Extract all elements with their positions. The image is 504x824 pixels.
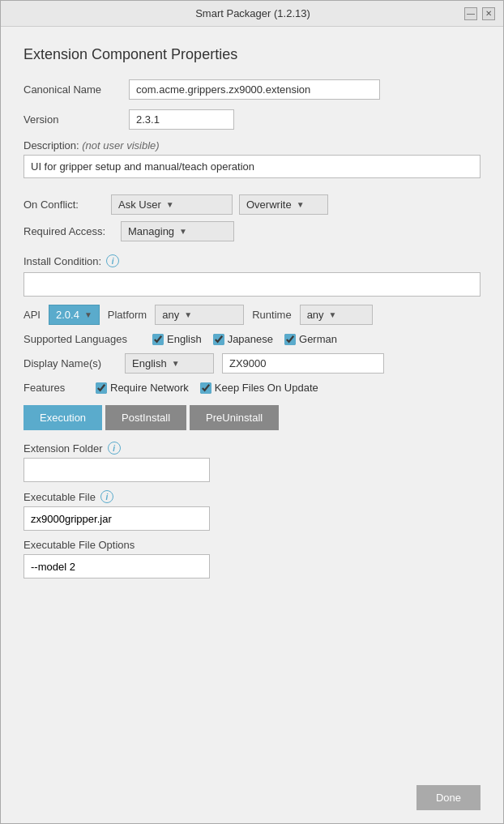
api-row: API 2.0.4 ▼ Platform any ▼ Runtime any ▼ [23,305,481,325]
canonical-name-input[interactable] [129,79,380,100]
chevron-down-icon: ▼ [166,200,174,209]
on-conflict-row: On Conflict: Ask User ▼ Overwrite ▼ [23,194,481,215]
executable-file-options-label: Executable File Options [23,539,481,551]
feature-network-item: Require Network [96,382,189,394]
executable-file-label-row: Executable File i [23,490,481,503]
tab-post-install[interactable]: PostInstall [105,405,186,430]
executable-file-info-icon[interactable]: i [100,490,113,503]
close-button[interactable]: ✕ [482,7,495,20]
description-label: Description: (not user visible) [23,139,481,152]
display-name-label: Display Name(s) [23,357,117,369]
feature-network-checkbox[interactable] [96,382,107,394]
feature-network-label: Require Network [110,382,189,394]
chevron-down-icon: ▼ [179,227,187,236]
extension-folder-label: Extension Folder [23,442,103,455]
required-access-row: Required Access: Managing ▼ [23,221,481,241]
platform-dropdown[interactable]: any ▼ [155,305,244,325]
feature-keep-files-checkbox[interactable] [200,382,211,394]
language-japanese-item: Japanese [213,333,273,345]
executable-file-options-input[interactable] [23,554,210,579]
footer: Done [1,777,503,823]
on-conflict-dropdown[interactable]: Ask User ▼ [111,194,233,215]
supported-languages-row: Supported Languages English Japanese Ger… [23,333,481,345]
tab-execution[interactable]: Execution [23,405,102,430]
runtime-label: Runtime [252,309,291,321]
extension-folder-info-icon[interactable]: i [108,442,121,455]
executable-file-section: Executable File i [23,490,481,531]
language-japanese-checkbox[interactable] [213,334,224,345]
language-japanese-label: Japanese [228,333,273,345]
chevron-down-icon: ▼ [329,310,337,319]
version-input[interactable] [129,109,234,130]
install-condition-info-icon[interactable]: i [106,254,119,267]
language-german-item: German [284,333,337,345]
display-name-input[interactable] [222,353,384,374]
install-condition-label: Install Condition: [23,255,101,267]
language-german-label: German [299,333,337,345]
platform-label: Platform [108,309,147,321]
required-access-label: Required Access: [23,225,121,237]
required-access-dropdown[interactable]: Managing ▼ [121,221,234,241]
window-title: Smart Packager (1.2.13) [41,7,464,19]
chevron-down-icon: ▼ [172,359,180,368]
version-label: Version [23,113,129,126]
tab-pre-uninstall[interactable]: PreUninstall [190,405,279,430]
done-button[interactable]: Done [416,785,481,810]
chevron-down-icon: ▼ [184,310,192,319]
language-german-checkbox[interactable] [284,334,296,345]
chevron-down-icon: ▼ [84,310,92,319]
supported-languages-label: Supported Languages [23,333,141,345]
api-label: API [23,309,41,321]
main-window: Smart Packager (1.2.13) — ✕ Extension Co… [0,0,504,824]
extension-folder-input[interactable] [23,458,210,482]
language-english-checkbox[interactable] [152,334,164,345]
description-section: Description: (not user visible) [23,139,481,178]
minimize-button[interactable]: — [464,7,477,20]
features-label: Features [23,382,84,394]
form-content: Extension Component Properties Canonical… [1,27,503,777]
executable-file-input[interactable] [23,506,210,531]
display-name-lang-dropdown[interactable]: English ▼ [125,353,214,374]
canonical-name-label: Canonical Name [23,83,129,96]
install-condition-input[interactable] [23,272,481,297]
page-title: Extension Component Properties [23,46,481,63]
feature-keep-files-label: Keep Files On Update [215,382,318,394]
api-dropdown[interactable]: 2.0.4 ▼ [49,305,100,325]
features-row: Features Require Network Keep Files On U… [23,382,481,394]
description-input[interactable] [23,155,481,178]
language-english-item: English [152,333,202,345]
chevron-down-icon: ▼ [297,200,305,209]
language-english-label: English [167,333,202,345]
canonical-name-row: Canonical Name [23,79,481,100]
runtime-dropdown[interactable]: any ▼ [300,305,373,325]
executable-file-label: Executable File [23,491,96,503]
tab-row: Execution PostInstall PreUninstall [23,405,481,430]
extension-folder-label-row: Extension Folder i [23,442,481,455]
title-bar: Smart Packager (1.2.13) — ✕ [1,1,503,27]
extension-folder-section: Extension Folder i [23,442,481,482]
version-row: Version [23,109,481,130]
on-conflict-label: On Conflict: [23,199,105,211]
feature-keep-files-item: Keep Files On Update [200,382,318,394]
overwrite-dropdown[interactable]: Overwrite ▼ [239,194,328,215]
window-controls: — ✕ [464,7,495,20]
install-condition-row: Install Condition: i [23,254,481,267]
display-name-row: Display Name(s) English ▼ [23,353,481,374]
executable-file-options-section: Executable File Options [23,539,481,579]
